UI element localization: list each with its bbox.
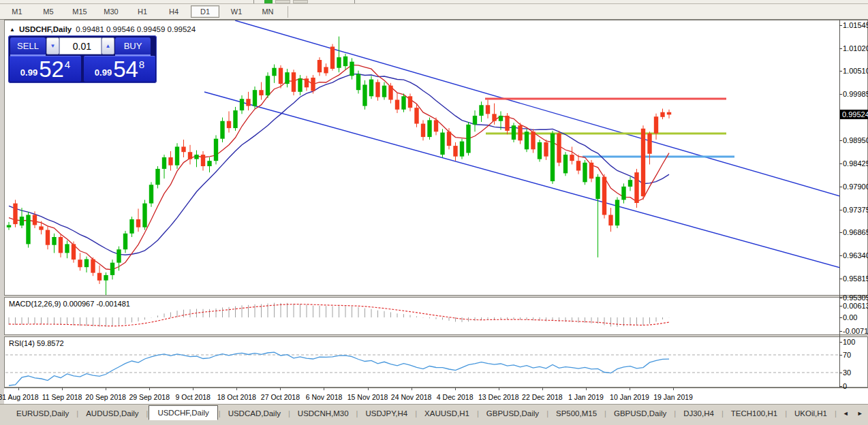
- chevron-down-icon: ▼: [50, 43, 56, 49]
- timeframe-button-h4[interactable]: H4: [159, 5, 188, 18]
- rsi-axis-label: 70: [843, 351, 851, 359]
- axis-tick: [839, 386, 842, 387]
- lot-size-input[interactable]: [59, 37, 102, 54]
- chart-title: ▲ USDCHF,Daily 0.99481 0.99546 0.99459 0…: [10, 25, 196, 33]
- timeframe-button-w1[interactable]: W1: [222, 5, 251, 18]
- rsi-axis-label: 0: [843, 382, 847, 390]
- lot-increase-button[interactable]: ▲: [102, 37, 114, 54]
- timeframe-button-m5[interactable]: M5: [34, 5, 63, 18]
- ask-prefix: 0.99: [95, 67, 112, 78]
- tab-separator: |: [722, 409, 724, 418]
- axis-tick: [839, 71, 842, 72]
- date-axis-tick: [149, 388, 150, 390]
- tab-separator: |: [785, 409, 787, 418]
- price-axis-label: 0.97900: [843, 183, 868, 191]
- chart-tab-dj30-h4[interactable]: DJ30,H4: [677, 407, 721, 420]
- price-axis-label: 1.00510: [843, 67, 868, 75]
- price-axis-label: 0.98950: [843, 136, 868, 144]
- date-axis-tick: [18, 388, 19, 390]
- price-axis-label: 1.01020: [843, 44, 868, 52]
- tab-separator: |: [546, 409, 548, 418]
- date-axis-tick: [193, 388, 193, 390]
- date-axis-label: 4 Dec 2018: [437, 393, 474, 401]
- date-axis-label: 27 Oct 2018: [261, 393, 300, 401]
- date-axis-label: 9 Oct 2018: [176, 393, 211, 401]
- collapse-icon[interactable]: ▲: [10, 27, 15, 33]
- date-axis-label: 31 Aug 2018: [0, 393, 38, 401]
- rsi-panel[interactable]: [4, 336, 868, 388]
- axis-tick: [839, 255, 842, 256]
- date-axis-tick: [673, 388, 674, 390]
- timeframe-button-m1[interactable]: M1: [3, 5, 31, 18]
- timeframe-button-mn[interactable]: MN: [253, 5, 282, 18]
- buy-button[interactable]: BUY: [115, 37, 151, 56]
- chart-tab-eurusd-daily[interactable]: EURUSD,Daily: [10, 407, 76, 420]
- date-axis-tick: [324, 388, 324, 390]
- chart-ohlc-values: 0.99481 0.99546 0.99459 0.99524: [76, 25, 196, 33]
- axis-tick: [839, 331, 842, 332]
- toolbar-divider: [288, 6, 288, 18]
- axis-tick: [839, 342, 842, 343]
- macd-axis-label: 0.006137: [843, 302, 868, 310]
- tabs-scroll-right-icon[interactable]: ►: [857, 410, 863, 417]
- chart-tab-audusd-daily[interactable]: AUDUSD,Daily: [79, 407, 145, 420]
- axis-tick: [839, 232, 842, 233]
- axis-tick: [839, 298, 842, 298]
- chart-tab-usdjpy-h4[interactable]: USDJPY,H4: [358, 407, 414, 420]
- date-axis-tick: [62, 388, 63, 390]
- chart-tab-tech100-h1[interactable]: TECH100,H1: [724, 407, 784, 420]
- chart-tab-usdcad-daily[interactable]: USDCAD,Daily: [221, 407, 288, 420]
- chart-tab-gbpusd-daily[interactable]: GBPUSD,Daily: [607, 407, 673, 420]
- tab-separator: |: [356, 409, 358, 418]
- tabs-scroll-left-icon[interactable]: ◄: [843, 410, 849, 417]
- timeframe-button-m15[interactable]: M15: [65, 5, 94, 18]
- current-price-tag: 0.99524: [840, 110, 868, 119]
- lot-decrease-button[interactable]: ▼: [46, 37, 59, 54]
- tab-separator: |: [477, 409, 479, 418]
- bid-price-display[interactable]: 0.99 52 4: [10, 56, 81, 82]
- tab-separator: |: [415, 409, 417, 418]
- sell-button[interactable]: SELL: [10, 37, 46, 56]
- chart-tab-usdchf-daily[interactable]: USDCHF,Daily: [149, 405, 217, 420]
- date-axis-tick: [412, 388, 412, 390]
- price-axis-label: 0.98425: [843, 159, 868, 168]
- timeframe-button-h1[interactable]: H1: [128, 5, 157, 18]
- axis-tick: [839, 140, 842, 141]
- axis-tick: [839, 25, 842, 26]
- chart-tab-sp500-m15[interactable]: SP500,M15: [549, 407, 604, 420]
- axis-tick: [839, 163, 842, 164]
- rsi-axis-label: 30: [843, 368, 851, 377]
- date-axis-label: 13 Dec 2018: [478, 393, 519, 401]
- timeframe-button-m30[interactable]: M30: [97, 5, 125, 18]
- toolbar-sliver: [275, 0, 290, 3]
- toolbar-sliver: [264, 0, 273, 3]
- date-axis-label: 11 Sep 2018: [42, 393, 82, 401]
- axis-tick: [839, 355, 842, 356]
- macd-indicator-label: MACD(12,26,9) 0.000967 -0.001481: [9, 300, 130, 308]
- price-axis-label: 0.99985: [843, 90, 868, 98]
- chart-tab-xauusd-h1[interactable]: XAUUSD,H1: [418, 407, 476, 420]
- rsi-axis-label: 100: [843, 338, 855, 346]
- date-axis-label: 1 Jan 2019: [568, 393, 604, 401]
- ask-big-digits: 54: [113, 59, 138, 80]
- timeframe-button-d1[interactable]: D1: [191, 5, 219, 18]
- window-bottom-strip: [0, 422, 868, 425]
- tab-separator: |: [604, 409, 606, 418]
- ask-price-display[interactable]: 0.99 54 8: [84, 56, 155, 82]
- price-axis-label: 0.96865: [843, 228, 868, 236]
- price-axis-label: 0.96340: [843, 251, 868, 259]
- date-axis-tick: [280, 388, 281, 390]
- chevron-up-icon: ▲: [106, 43, 111, 49]
- macd-panel[interactable]: [4, 297, 868, 335]
- tab-separator: |: [835, 409, 837, 418]
- price-axis-label: 0.95815: [843, 274, 868, 283]
- chart-tab-gbpusd-daily[interactable]: GBPUSD,Daily: [480, 407, 546, 420]
- toolbar-sliver: [354, 0, 355, 3]
- chart-tab-ukoil-h1[interactable]: UKOil,H1: [788, 407, 834, 420]
- date-axis-tick: [630, 388, 630, 390]
- bid-pip-digit: 4: [65, 59, 70, 70]
- date-axis-tick: [542, 388, 543, 390]
- chart-tab-usdcnh-m30[interactable]: USDCNH,M30: [291, 407, 356, 420]
- timeframe-toolbar: M1M5M15M30H1H4D1W1MN: [0, 4, 868, 20]
- date-axis-label: 24 Nov 2018: [391, 393, 432, 401]
